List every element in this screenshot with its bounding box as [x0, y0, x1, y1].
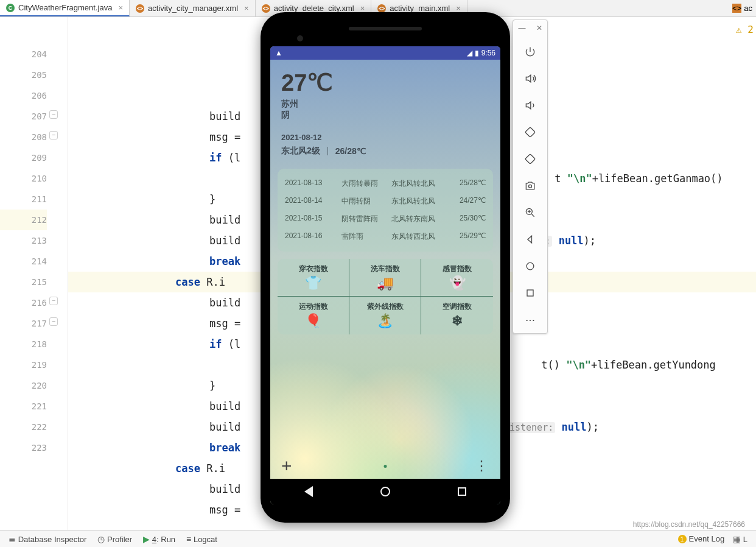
life-index-item[interactable]: 洗车指数🚚	[349, 259, 421, 297]
overview-icon[interactable]	[524, 283, 536, 303]
overflow-menu-button[interactable]: ⋮	[475, 458, 489, 474]
ide-bottom-toolbar: ≣ Database Inspector ◷ Profiler ▶ 4: Run…	[0, 530, 756, 547]
svg-rect-5	[527, 290, 533, 296]
line-number: 211	[0, 189, 47, 210]
line-number: 208−	[0, 127, 47, 147]
fold-icon[interactable]: −	[49, 110, 58, 119]
line-number: 218	[0, 334, 47, 355]
line-number: 209	[0, 147, 47, 168]
device-speaker	[349, 27, 422, 30]
database-icon: ≣	[9, 534, 16, 544]
fold-icon[interactable]: −	[49, 317, 58, 326]
app-bottom-bar: + ⋮	[270, 453, 500, 479]
close-icon[interactable]: ×	[116, 3, 123, 12]
life-index-item[interactable]: 紫外线指数🏝️	[349, 297, 421, 334]
event-log-tool[interactable]: 1Event Log	[678, 534, 725, 544]
tab-label: CityWeatherFragment.java	[18, 3, 112, 12]
logcat-tool[interactable]: ≡ Logcat	[186, 534, 217, 544]
volume-up-icon[interactable]	[524, 69, 536, 88]
life-index-item[interactable]: 感冒指数👻	[421, 259, 493, 297]
fold-icon[interactable]: −	[49, 297, 58, 305]
rotate-left-icon[interactable]	[524, 122, 536, 142]
close-icon[interactable]: ×	[358, 4, 365, 13]
line-number: 223	[0, 437, 47, 458]
current-date: 2021-08-12	[281, 133, 489, 142]
line-number: 216−	[0, 292, 47, 313]
close-icon[interactable]: ×	[242, 4, 249, 13]
line-number: 222	[0, 417, 47, 437]
database-inspector-tool[interactable]: ≣ Database Inspector	[9, 534, 86, 544]
life-index-item[interactable]: 穿衣指数👕	[278, 259, 349, 297]
separator	[327, 147, 328, 155]
android-status-bar: ▲ ◢ ▮ 9:56	[270, 46, 500, 60]
list-icon: ≡	[186, 534, 191, 544]
zoom-icon[interactable]	[524, 203, 536, 222]
notification-badge: 1	[678, 535, 687, 543]
emulator-toolbar: — ✕ ···	[513, 19, 548, 334]
forecast-row: 2021-08-15阴转雷阵雨北风转东南风25/30℃	[285, 210, 486, 228]
gauge-icon: ◷	[97, 534, 105, 544]
line-number: 212	[0, 210, 47, 230]
add-city-button[interactable]: +	[281, 456, 292, 476]
warning-icon: ▲	[275, 49, 282, 57]
minimize-icon[interactable]: —	[519, 24, 526, 32]
life-index-item[interactable]: 空调指数❄	[421, 297, 493, 334]
android-nav-bar	[270, 479, 500, 504]
line-number: 207−	[0, 106, 47, 127]
condition: 阴	[281, 110, 489, 121]
back-icon[interactable]	[524, 230, 536, 249]
xml-icon: <>	[262, 4, 270, 13]
line-number: 213	[0, 230, 47, 251]
line-number: 206	[0, 85, 47, 106]
tab-label: activity_main.xml	[390, 4, 450, 13]
rotate-right-icon[interactable]	[524, 149, 536, 169]
tab-label: activity_delete_city.xml	[274, 4, 354, 13]
watermark: https://blog.csdn.net/qq_42257666	[633, 520, 745, 529]
line-number: 220	[0, 375, 47, 396]
signal-icon: ◢	[467, 49, 472, 57]
tab-label: activity_city_manager.xml	[148, 4, 238, 13]
home-icon[interactable]	[524, 256, 536, 276]
xml-icon: <>	[732, 4, 741, 13]
life-index-card: 穿衣指数👕洗车指数🚚感冒指数👻运动指数🎈紫外线指数🏝️空调指数❄	[278, 259, 493, 334]
layout-tool[interactable]: ▦ L	[733, 534, 747, 544]
warning-indicator[interactable]: ⚠ 2	[736, 19, 754, 40]
play-icon: ▶	[143, 534, 150, 544]
temp-range: 26/28℃	[335, 146, 366, 156]
fold-icon[interactable]: −	[49, 131, 58, 139]
line-number-gutter: 204205206207−208−20921021121221321421521…	[0, 17, 68, 530]
close-icon[interactable]: ×	[453, 4, 461, 13]
tab-cityweatherfragment[interactable]: C CityWeatherFragment.java ×	[0, 0, 130, 16]
power-icon[interactable]	[524, 42, 536, 62]
temperature: 27℃	[281, 69, 489, 96]
life-index-item[interactable]: 运动指数🎈	[278, 297, 349, 334]
xml-icon: <>	[136, 4, 144, 13]
svg-point-2	[529, 185, 532, 188]
run-tool[interactable]: ▶ 4: Run	[143, 534, 175, 544]
line-number: 219	[0, 355, 47, 375]
emulator-device-frame: ▲ ◢ ▮ 9:56 27℃ 苏州 阴 2021-08-12 东北风2级 26/…	[261, 12, 510, 523]
line-number: 214	[0, 251, 47, 272]
forecast-row: 2021-08-14中雨转阴东北风转北风24/27℃	[285, 192, 486, 210]
status-time: 9:56	[481, 49, 495, 57]
more-icon[interactable]: ···	[525, 310, 535, 330]
close-icon[interactable]: ✕	[536, 24, 542, 32]
line-number: 215	[0, 272, 47, 292]
tab-overflow[interactable]: <> ac	[729, 0, 756, 16]
line-number: 204	[0, 44, 47, 65]
nav-home-button[interactable]	[380, 487, 390, 496]
city-name: 苏州	[281, 99, 489, 110]
device-camera	[297, 35, 303, 41]
line-number: 217−	[0, 313, 47, 334]
emulator-screen[interactable]: ▲ ◢ ▮ 9:56 27℃ 苏州 阴 2021-08-12 东北风2级 26/…	[270, 46, 500, 504]
volume-down-icon[interactable]	[524, 96, 536, 115]
weather-header: 27℃ 苏州 阴 2021-08-12 东北风2级 26/28℃	[270, 60, 500, 161]
camera-icon[interactable]	[524, 176, 536, 196]
profiler-tool[interactable]: ◷ Profiler	[97, 534, 132, 544]
forecast-row: 2021-08-16雷阵雨东风转西北风25/29℃	[285, 228, 486, 245]
nav-overview-button[interactable]	[458, 487, 466, 496]
svg-point-4	[527, 263, 534, 270]
nav-back-button[interactable]	[304, 486, 313, 497]
tab-activity-city-manager[interactable]: <> activity_city_manager.xml ×	[130, 0, 256, 16]
forecast-card: 2021-08-13大雨转暴雨东北风转北风25/28℃2021-08-14中雨转…	[278, 169, 493, 252]
